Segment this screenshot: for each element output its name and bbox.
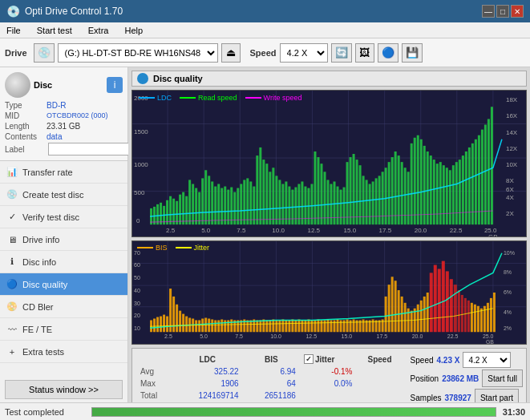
svg-rect-135 <box>459 160 461 224</box>
svg-rect-138 <box>468 147 471 224</box>
svg-rect-101 <box>350 157 352 224</box>
disc-btn-1[interactable]: 🖼 <box>355 43 374 63</box>
svg-rect-282 <box>474 305 476 332</box>
svg-rect-55 <box>201 178 204 224</box>
drive-select[interactable]: (G:) HL-DT-ST BD-RE WH16NS48 1.D3 <box>58 43 218 63</box>
speed-select[interactable]: 4.2 X <box>280 43 328 63</box>
svg-rect-226 <box>288 321 290 333</box>
svg-rect-52 <box>192 184 194 225</box>
sidebar-item-transfer-rate[interactable]: 📊 Transfer rate <box>0 161 127 184</box>
sidebar-item-create-test-disc[interactable]: 💿 Create test disc <box>0 184 127 206</box>
ldc-legend: LDC <box>139 94 172 102</box>
stats-max-row: Max 1906 64 0.0% <box>137 378 403 389</box>
title-bar-controls: — □ ✕ <box>482 5 524 18</box>
svg-rect-223 <box>278 321 281 333</box>
menu-extra[interactable]: Extra <box>85 24 112 37</box>
svg-rect-142 <box>481 130 483 225</box>
max-jitter: 0.0% <box>301 378 356 389</box>
svg-rect-198 <box>198 321 200 333</box>
svg-text:10.0: 10.0 <box>270 334 281 340</box>
svg-rect-80 <box>281 184 284 225</box>
samples-value: 378927 <box>445 394 471 402</box>
sidebar-item-disc-info[interactable]: ℹ Disc info <box>0 251 127 273</box>
svg-rect-230 <box>301 321 303 333</box>
close-button[interactable]: ✕ <box>511 5 524 18</box>
svg-rect-107 <box>369 184 371 225</box>
svg-rect-276 <box>454 285 457 333</box>
disc-type-row: Type BD-R <box>5 101 123 110</box>
svg-rect-91 <box>317 157 319 224</box>
svg-rect-103 <box>356 160 358 224</box>
read-speed-legend: Read speed <box>180 94 237 102</box>
svg-text:20.0: 20.0 <box>415 227 427 234</box>
jitter-checkbox[interactable]: ✓ <box>304 354 314 364</box>
minimize-button[interactable]: — <box>482 5 495 18</box>
disc-image <box>5 72 30 98</box>
start-full-button[interactable]: Start full <box>482 370 523 387</box>
status-window-button[interactable]: Status window >> <box>5 380 123 399</box>
sidebar-item-verify-test-disc[interactable]: ✓ Verify test disc <box>0 206 127 228</box>
svg-rect-216 <box>256 321 258 333</box>
eject-button[interactable]: ⏏ <box>221 43 241 63</box>
svg-rect-76 <box>269 172 271 224</box>
svg-rect-79 <box>278 180 281 224</box>
bis-legend: BIS <box>137 244 168 252</box>
svg-text:10X: 10X <box>506 161 518 168</box>
svg-rect-187 <box>163 315 165 333</box>
save-button[interactable]: 💾 <box>402 43 423 63</box>
disc-btn-2[interactable]: 🔵 <box>378 43 399 63</box>
svg-text:2X: 2X <box>506 210 514 217</box>
svg-rect-90 <box>314 151 316 224</box>
svg-text:GB: GB <box>486 339 494 344</box>
svg-rect-74 <box>262 160 265 224</box>
svg-text:18X: 18X <box>506 96 518 103</box>
svg-rect-57 <box>208 176 210 224</box>
svg-rect-134 <box>455 162 458 224</box>
menu-start-test[interactable]: Start test <box>34 24 75 37</box>
disc-quality-icon: 🔵 <box>6 279 18 290</box>
avg-ldc: 325.22 <box>173 366 242 377</box>
svg-rect-100 <box>346 162 349 224</box>
svg-rect-204 <box>217 321 220 333</box>
verify-disc-icon: ✓ <box>6 212 18 223</box>
svg-rect-93 <box>323 172 326 224</box>
stats-table: LDC BIS ✓ Jitter Speed Avg <box>136 352 404 402</box>
svg-rect-129 <box>439 162 442 224</box>
svg-text:50: 50 <box>134 276 140 281</box>
svg-rect-104 <box>359 165 362 224</box>
sidebar-item-fe-te[interactable]: 〰 FE / TE <box>0 318 127 341</box>
maximize-button[interactable]: □ <box>496 5 509 18</box>
app-title: Opti Drive Control 1.70 <box>25 6 123 17</box>
svg-rect-92 <box>320 164 322 224</box>
sidebar-item-cd-bler[interactable]: 📀 CD Bler <box>0 296 127 318</box>
svg-rect-48 <box>179 195 181 224</box>
main-area: Disc i Type BD-R MID OTCBDR002 (000) Len… <box>0 67 530 402</box>
svg-rect-86 <box>301 181 303 224</box>
svg-rect-221 <box>272 320 274 333</box>
svg-text:6X: 6X <box>506 186 514 193</box>
svg-rect-75 <box>265 164 268 224</box>
svg-rect-144 <box>488 119 490 224</box>
drive-icon-btn[interactable]: 💿 <box>34 43 55 63</box>
svg-rect-61 <box>220 188 223 225</box>
svg-rect-203 <box>214 321 216 333</box>
svg-rect-106 <box>366 180 368 224</box>
svg-text:12X: 12X <box>506 145 518 152</box>
svg-text:7.5: 7.5 <box>237 227 246 234</box>
refresh-button[interactable]: 🔄 <box>331 43 352 63</box>
sidebar-item-drive-info[interactable]: 🖥 Drive info <box>0 228 127 251</box>
svg-text:10: 10 <box>134 326 140 332</box>
menu-file[interactable]: File <box>3 24 24 37</box>
svg-rect-279 <box>464 298 467 332</box>
menu-help[interactable]: Help <box>121 24 146 37</box>
sidebar-item-extra-tests[interactable]: + Extra tests <box>0 341 127 363</box>
start-part-button[interactable]: Start part <box>475 389 519 402</box>
sidebar-item-disc-quality[interactable]: 🔵 Disc quality <box>0 273 127 296</box>
total-label: Total <box>137 390 172 401</box>
svg-text:2.5: 2.5 <box>164 334 172 340</box>
svg-rect-54 <box>198 192 200 225</box>
write-speed-legend: Write speed <box>245 94 302 102</box>
stats-speed-select[interactable]: 4.2 X <box>463 352 511 368</box>
svg-rect-192 <box>179 311 181 333</box>
svg-rect-188 <box>166 317 168 333</box>
